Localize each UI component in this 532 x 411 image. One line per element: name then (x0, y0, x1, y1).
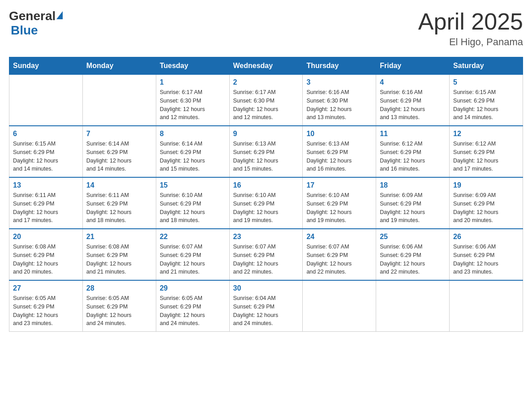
day-number: 21 (86, 233, 152, 241)
header-saturday: Saturday (450, 57, 523, 75)
day-number: 1 (160, 78, 226, 86)
calendar-cell: 24Sunrise: 6:07 AM Sunset: 6:29 PM Dayli… (303, 229, 376, 280)
header-tuesday: Tuesday (156, 57, 229, 75)
calendar-cell: 20Sunrise: 6:08 AM Sunset: 6:29 PM Dayli… (9, 229, 83, 280)
day-info: Sunrise: 6:06 AM Sunset: 6:29 PM Dayligh… (380, 243, 446, 276)
day-info: Sunrise: 6:10 AM Sunset: 6:29 PM Dayligh… (160, 191, 226, 225)
calendar-cell: 27Sunrise: 6:05 AM Sunset: 6:29 PM Dayli… (9, 280, 83, 332)
day-info: Sunrise: 6:07 AM Sunset: 6:29 PM Dayligh… (306, 243, 372, 276)
day-info: Sunrise: 6:06 AM Sunset: 6:29 PM Dayligh… (453, 243, 519, 276)
day-info: Sunrise: 6:10 AM Sunset: 6:29 PM Dayligh… (233, 191, 299, 225)
header-wednesday: Wednesday (229, 57, 303, 75)
day-info: Sunrise: 6:05 AM Sunset: 6:29 PM Dayligh… (13, 294, 79, 328)
day-info: Sunrise: 6:12 AM Sunset: 6:29 PM Dayligh… (380, 140, 446, 173)
day-info: Sunrise: 6:17 AM Sunset: 6:30 PM Dayligh… (233, 88, 299, 122)
day-number: 8 (160, 130, 226, 138)
logo-blue-text: Blue (11, 23, 38, 38)
day-info: Sunrise: 6:08 AM Sunset: 6:29 PM Dayligh… (13, 243, 79, 276)
day-number: 18 (380, 181, 446, 189)
day-number: 4 (380, 78, 446, 86)
calendar-cell: 10Sunrise: 6:13 AM Sunset: 6:29 PM Dayli… (303, 126, 376, 177)
day-number: 3 (306, 78, 372, 86)
day-info: Sunrise: 6:11 AM Sunset: 6:29 PM Dayligh… (86, 191, 152, 225)
day-number: 5 (453, 78, 519, 86)
calendar-week-row: 13Sunrise: 6:11 AM Sunset: 6:29 PM Dayli… (9, 177, 523, 229)
calendar-cell: 9Sunrise: 6:13 AM Sunset: 6:29 PM Daylig… (229, 126, 303, 177)
header-friday: Friday (376, 57, 450, 75)
calendar-cell: 7Sunrise: 6:14 AM Sunset: 6:29 PM Daylig… (82, 126, 156, 177)
day-info: Sunrise: 6:05 AM Sunset: 6:29 PM Dayligh… (86, 294, 152, 328)
calendar-cell: 22Sunrise: 6:07 AM Sunset: 6:29 PM Dayli… (156, 229, 229, 280)
calendar-cell: 17Sunrise: 6:10 AM Sunset: 6:29 PM Dayli… (303, 177, 376, 229)
day-number: 27 (13, 284, 79, 292)
calendar-cell: 4Sunrise: 6:16 AM Sunset: 6:29 PM Daylig… (376, 75, 450, 126)
calendar-week-row: 20Sunrise: 6:08 AM Sunset: 6:29 PM Dayli… (9, 229, 523, 280)
day-info: Sunrise: 6:17 AM Sunset: 6:30 PM Dayligh… (160, 88, 226, 122)
day-number: 7 (86, 130, 152, 138)
logo-general-text: General (9, 9, 56, 23)
calendar-cell: 13Sunrise: 6:11 AM Sunset: 6:29 PM Dayli… (9, 177, 83, 229)
calendar-title: April 2025 (418, 9, 523, 34)
day-info: Sunrise: 6:15 AM Sunset: 6:29 PM Dayligh… (453, 88, 519, 122)
day-info: Sunrise: 6:11 AM Sunset: 6:29 PM Dayligh… (13, 191, 79, 225)
day-number: 24 (306, 233, 372, 241)
day-number: 28 (86, 284, 152, 292)
calendar-cell: 16Sunrise: 6:10 AM Sunset: 6:29 PM Dayli… (229, 177, 303, 229)
day-info: Sunrise: 6:09 AM Sunset: 6:29 PM Dayligh… (453, 191, 519, 225)
header-sunday: Sunday (9, 57, 83, 75)
calendar-cell: 15Sunrise: 6:10 AM Sunset: 6:29 PM Dayli… (156, 177, 229, 229)
header-thursday: Thursday (303, 57, 376, 75)
title-section: April 2025 El Higo, Panama (418, 9, 523, 48)
calendar-cell: 25Sunrise: 6:06 AM Sunset: 6:29 PM Dayli… (376, 229, 450, 280)
day-number: 25 (380, 233, 446, 241)
calendar-cell: 19Sunrise: 6:09 AM Sunset: 6:29 PM Dayli… (450, 177, 523, 229)
calendar-cell: 8Sunrise: 6:14 AM Sunset: 6:29 PM Daylig… (156, 126, 229, 177)
calendar-cell: 30Sunrise: 6:04 AM Sunset: 6:29 PM Dayli… (229, 280, 303, 332)
calendar-week-row: 27Sunrise: 6:05 AM Sunset: 6:29 PM Dayli… (9, 280, 523, 332)
day-info: Sunrise: 6:07 AM Sunset: 6:29 PM Dayligh… (233, 243, 299, 276)
day-info: Sunrise: 6:13 AM Sunset: 6:29 PM Dayligh… (233, 140, 299, 173)
calendar-cell: 18Sunrise: 6:09 AM Sunset: 6:29 PM Dayli… (376, 177, 450, 229)
day-number: 20 (13, 233, 79, 241)
day-info: Sunrise: 6:08 AM Sunset: 6:29 PM Dayligh… (86, 243, 152, 276)
day-info: Sunrise: 6:14 AM Sunset: 6:29 PM Dayligh… (86, 140, 152, 173)
calendar-cell (450, 280, 523, 332)
day-number: 30 (233, 284, 299, 292)
day-number: 29 (160, 284, 226, 292)
day-info: Sunrise: 6:14 AM Sunset: 6:29 PM Dayligh… (160, 140, 226, 173)
calendar-cell: 28Sunrise: 6:05 AM Sunset: 6:29 PM Dayli… (82, 280, 156, 332)
day-info: Sunrise: 6:05 AM Sunset: 6:29 PM Dayligh… (160, 294, 226, 328)
calendar-table: SundayMondayTuesdayWednesdayThursdayFrid… (9, 57, 523, 332)
day-info: Sunrise: 6:12 AM Sunset: 6:29 PM Dayligh… (453, 140, 519, 173)
day-number: 19 (453, 181, 519, 189)
calendar-subtitle: El Higo, Panama (418, 36, 523, 48)
day-info: Sunrise: 6:16 AM Sunset: 6:29 PM Dayligh… (380, 88, 446, 122)
day-info: Sunrise: 6:09 AM Sunset: 6:29 PM Dayligh… (380, 191, 446, 225)
calendar-cell (9, 75, 83, 126)
day-number: 26 (453, 233, 519, 241)
day-number: 14 (86, 181, 152, 189)
page-header: General Blue April 2025 El Higo, Panama (9, 9, 523, 48)
calendar-week-row: 1Sunrise: 6:17 AM Sunset: 6:30 PM Daylig… (9, 75, 523, 126)
calendar-cell: 2Sunrise: 6:17 AM Sunset: 6:30 PM Daylig… (229, 75, 303, 126)
calendar-cell (82, 75, 156, 126)
day-info: Sunrise: 6:10 AM Sunset: 6:29 PM Dayligh… (306, 191, 372, 225)
day-number: 10 (306, 130, 372, 138)
day-number: 17 (306, 181, 372, 189)
day-info: Sunrise: 6:07 AM Sunset: 6:29 PM Dayligh… (160, 243, 226, 276)
day-number: 9 (233, 130, 299, 138)
day-number: 2 (233, 78, 299, 86)
calendar-cell: 23Sunrise: 6:07 AM Sunset: 6:29 PM Dayli… (229, 229, 303, 280)
logo: General Blue (9, 9, 63, 38)
day-number: 23 (233, 233, 299, 241)
calendar-cell: 26Sunrise: 6:06 AM Sunset: 6:29 PM Dayli… (450, 229, 523, 280)
day-info: Sunrise: 6:16 AM Sunset: 6:30 PM Dayligh… (306, 88, 372, 122)
calendar-cell: 5Sunrise: 6:15 AM Sunset: 6:29 PM Daylig… (450, 75, 523, 126)
day-info: Sunrise: 6:04 AM Sunset: 6:29 PM Dayligh… (233, 294, 299, 328)
calendar-cell: 29Sunrise: 6:05 AM Sunset: 6:29 PM Dayli… (156, 280, 229, 332)
calendar-cell: 1Sunrise: 6:17 AM Sunset: 6:30 PM Daylig… (156, 75, 229, 126)
day-number: 22 (160, 233, 226, 241)
day-info: Sunrise: 6:15 AM Sunset: 6:29 PM Dayligh… (13, 140, 79, 173)
day-info: Sunrise: 6:13 AM Sunset: 6:29 PM Dayligh… (306, 140, 372, 173)
calendar-header-row: SundayMondayTuesdayWednesdayThursdayFrid… (9, 57, 523, 75)
